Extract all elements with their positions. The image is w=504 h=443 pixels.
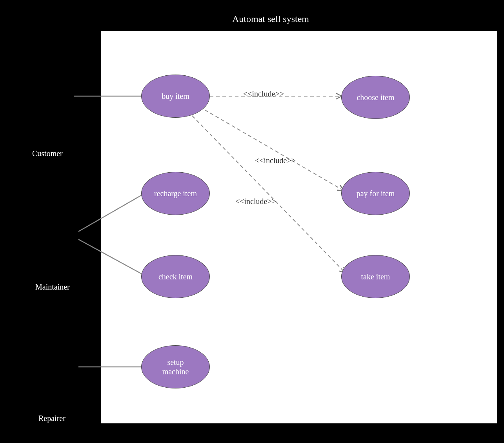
svg-line-16 (58, 374, 71, 396)
svg-line-4 (51, 112, 64, 134)
system-title: Automat sell system (220, 14, 322, 24)
actor-customer-label: Customer (32, 149, 63, 158)
svg-line-9 (45, 241, 58, 262)
actor-repairer-label: Repairer (38, 414, 66, 423)
actor-maintainer (36, 196, 79, 271)
usecase-take-item: take item (341, 255, 410, 298)
actor-maintainer-label: Maintainer (35, 283, 70, 292)
usecase-label: check item (158, 272, 193, 281)
usecase-setup-machine: setup machine (141, 345, 210, 388)
svg-line-3 (38, 112, 51, 134)
usecase-label: pay for item (357, 189, 395, 198)
usecase-label: setup machine (162, 357, 189, 376)
include-label-1: <<include>> (243, 89, 284, 98)
usecase-label: recharge item (154, 189, 197, 198)
usecase-label: choose item (357, 93, 394, 102)
svg-line-10 (58, 241, 71, 262)
usecase-label: take item (361, 272, 390, 281)
include-label-3: <<include>> (235, 197, 276, 206)
svg-line-15 (45, 374, 58, 396)
svg-point-0 (44, 72, 58, 87)
usecase-recharge-item: recharge item (141, 172, 210, 215)
usecase-choose-item: choose item (341, 76, 410, 119)
actor-repairer (36, 330, 79, 404)
actor-customer (29, 68, 73, 142)
include-label-2: <<include>> (255, 156, 296, 165)
usecase-label: buy item (162, 91, 189, 101)
svg-point-12 (51, 334, 65, 348)
usecase-check-item: check item (141, 255, 210, 298)
usecase-pay-for-item: pay for item (341, 172, 410, 215)
svg-point-6 (51, 201, 65, 215)
diagram-canvas: Automat sell system Customer (0, 0, 504, 443)
usecase-buy-item: buy item (141, 75, 210, 118)
